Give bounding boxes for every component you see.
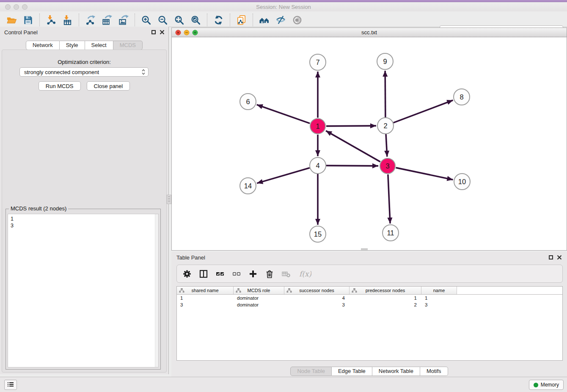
panel-divider-grip[interactable]: [167, 195, 171, 204]
column-header-shared-name[interactable]: shared name: [177, 287, 234, 294]
graph-node-6[interactable]: 6: [240, 94, 256, 110]
tab-style[interactable]: Style: [60, 41, 85, 50]
network-window-title: scc.txt: [172, 29, 567, 36]
run-mcds-button[interactable]: Run MCDS: [39, 81, 81, 91]
graph-edge-4-14[interactable]: [257, 168, 310, 183]
graph-node-7[interactable]: 7: [310, 54, 326, 70]
graph-edge-3-10[interactable]: [396, 168, 453, 179]
table-row[interactable]: 1dominator411: [177, 295, 562, 301]
export-image-icon[interactable]: [118, 15, 129, 25]
svg-text:4: 4: [316, 162, 319, 169]
table-cell[interactable]: 4: [284, 295, 350, 301]
graph-edge-2-9[interactable]: [385, 71, 385, 117]
graph-edge-2-8[interactable]: [394, 100, 453, 123]
tab-select[interactable]: Select: [85, 41, 113, 50]
zoom-in-icon[interactable]: [141, 15, 151, 25]
column-header-mcds-role[interactable]: MCDS role: [234, 287, 284, 294]
table-cell[interactable]: 2: [350, 301, 421, 308]
table-cell[interactable]: 3: [177, 301, 234, 308]
close-panel-button[interactable]: Close panel: [87, 81, 130, 91]
select-all-icon[interactable]: [215, 269, 225, 279]
graph-edge-3-11[interactable]: [388, 174, 390, 224]
close-table-panel-icon[interactable]: [557, 255, 562, 260]
graph-node-3[interactable]: 3: [380, 158, 395, 174]
save-session-icon[interactable]: [23, 15, 33, 25]
column-header-successor-nodes[interactable]: successor nodes: [284, 287, 350, 294]
toolbar-separator: [135, 14, 135, 26]
table-cell[interactable]: dominator: [234, 301, 284, 308]
task-history-button[interactable]: [4, 380, 17, 390]
table-divider-grip[interactable]: [361, 248, 368, 251]
memory-button[interactable]: Memory: [529, 380, 564, 390]
columns-icon[interactable]: [199, 269, 208, 279]
node-table-rows: 1dominator4113dominator323: [177, 295, 562, 308]
column-header-name[interactable]: name: [421, 287, 457, 294]
show-all-icon[interactable]: [292, 15, 303, 25]
result-item[interactable]: 3: [11, 222, 158, 229]
graph-node-10[interactable]: 10: [454, 174, 470, 190]
tab-network[interactable]: Network: [26, 41, 60, 50]
window-title: Session: New Session: [0, 4, 567, 10]
import-network-icon[interactable]: [46, 15, 56, 25]
toolbar-separator: [79, 14, 79, 26]
deselect-all-icon[interactable]: [232, 269, 241, 279]
graph-node-15[interactable]: 15: [310, 226, 326, 242]
import-table-icon[interactable]: [62, 15, 73, 25]
svg-text:1: 1: [316, 122, 319, 130]
graph-node-11[interactable]: 11: [383, 225, 399, 241]
gear-icon[interactable]: [182, 269, 192, 279]
first-neighbors-icon[interactable]: [259, 15, 270, 25]
mcds-result-group: MCDS result (2 nodes) 13: [6, 209, 161, 370]
zoom-out-icon[interactable]: [157, 15, 168, 25]
tab-network-table[interactable]: Network Table: [372, 367, 420, 376]
graph-edge-1-2[interactable]: [326, 126, 376, 126]
result-list-scrollbar[interactable]: [155, 214, 158, 367]
clone-network-icon[interactable]: [236, 15, 247, 25]
mcds-result-list[interactable]: 13: [8, 214, 159, 367]
table-cell[interactable]: 1: [421, 295, 457, 301]
graph-node-4[interactable]: 4: [310, 157, 326, 174]
function-builder-icon: f(x): [298, 269, 311, 279]
export-network-icon[interactable]: [85, 15, 96, 25]
mcds-tab-content: Optimization criterion: strongly connect…: [2, 50, 167, 373]
export-table-icon[interactable]: [102, 15, 112, 25]
graph-node-9[interactable]: 9: [377, 53, 393, 69]
zoom-fit-icon[interactable]: [174, 15, 184, 25]
network-window-titlebar: scc.txt: [172, 28, 567, 37]
table-row[interactable]: 3dominator323: [177, 301, 562, 308]
table-cell[interactable]: dominator: [234, 295, 284, 301]
tab-edge-table[interactable]: Edge Table: [332, 367, 372, 376]
graph-node-1[interactable]: 1: [310, 119, 325, 134]
column-header-predecessor-nodes[interactable]: predecessor nodes: [350, 287, 421, 294]
zoom-selected-icon[interactable]: [190, 15, 201, 25]
window-top-strip: [0, 0, 567, 2]
hide-selected-icon[interactable]: [275, 15, 286, 25]
float-table-panel-icon[interactable]: [549, 255, 553, 259]
network-canvas[interactable]: 7968124314101511: [172, 38, 567, 250]
add-column-icon[interactable]: [248, 269, 258, 279]
tab-mcds[interactable]: MCDS: [113, 41, 143, 50]
result-item[interactable]: 1: [11, 215, 158, 222]
svg-text:15: 15: [314, 230, 322, 238]
open-session-icon[interactable]: [6, 15, 17, 25]
graph-node-8[interactable]: 8: [454, 89, 470, 105]
graph-edge-2-3[interactable]: [386, 134, 387, 157]
graph-edge-3-1[interactable]: [326, 131, 380, 162]
close-panel-icon[interactable]: [160, 30, 165, 35]
graph-node-2[interactable]: 2: [377, 118, 394, 134]
table-cell[interactable]: 1: [350, 295, 421, 301]
graph-edge-4-3[interactable]: [326, 166, 378, 166]
refresh-network-icon[interactable]: [213, 15, 224, 25]
graph-edge-1-6[interactable]: [257, 105, 310, 123]
table-cell[interactable]: 3: [284, 301, 350, 308]
control-panel-header: Control Panel: [0, 27, 168, 38]
tab-motifs[interactable]: Motifs: [420, 367, 448, 376]
tab-node-table[interactable]: Node Table: [290, 367, 332, 376]
float-panel-icon[interactable]: [151, 30, 156, 34]
table-cell[interactable]: 3: [421, 301, 457, 308]
table-cell[interactable]: 1: [177, 295, 234, 301]
criterion-select[interactable]: strongly connected component: [19, 67, 149, 77]
delete-column-icon[interactable]: [265, 269, 274, 279]
control-panel-tabs: NetworkStyleSelectMCDS: [0, 41, 168, 50]
graph-node-14[interactable]: 14: [240, 178, 256, 194]
